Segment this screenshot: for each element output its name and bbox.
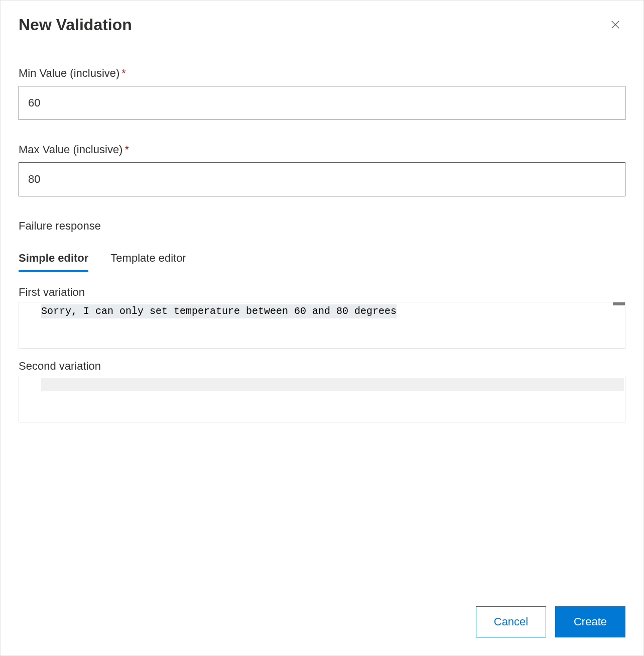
editor-tabs: Simple editor Template editor	[19, 247, 625, 272]
first-variation-editor[interactable]: Sorry, I can only set temperature betwee…	[19, 302, 625, 349]
dialog-header: New Validation	[19, 15, 625, 35]
first-variation-group: First variation Sorry, I can only set te…	[19, 286, 625, 349]
max-value-input[interactable]	[19, 162, 625, 196]
min-value-field-group: Min Value (inclusive)*	[19, 67, 625, 120]
first-variation-label: First variation	[19, 286, 625, 299]
required-asterisk: *	[121, 67, 126, 79]
editor-gutter	[19, 302, 41, 348]
second-variation-text	[41, 378, 624, 391]
tab-template-editor[interactable]: Template editor	[110, 247, 186, 272]
second-variation-label: Second variation	[19, 360, 625, 373]
dialog-footer: Cancel Create	[19, 606, 625, 637]
max-value-label-text: Max Value (inclusive)	[19, 143, 122, 156]
scroll-indicator	[613, 302, 625, 305]
editor-gutter	[19, 376, 41, 422]
cancel-button[interactable]: Cancel	[476, 606, 546, 637]
max-value-label: Max Value (inclusive)*	[19, 143, 625, 156]
second-variation-editor[interactable]	[19, 376, 625, 422]
tab-simple-editor[interactable]: Simple editor	[19, 247, 88, 272]
dialog-title: New Validation	[19, 16, 132, 34]
failure-response-section: Failure response Simple editor Template …	[19, 220, 625, 433]
editor-content[interactable]	[41, 376, 625, 422]
create-button[interactable]: Create	[555, 606, 625, 637]
required-asterisk: *	[124, 143, 129, 156]
min-value-label-text: Min Value (inclusive)	[19, 67, 119, 79]
min-value-input[interactable]	[19, 86, 625, 120]
editor-content[interactable]: Sorry, I can only set temperature betwee…	[41, 302, 625, 348]
max-value-field-group: Max Value (inclusive)*	[19, 143, 625, 196]
second-variation-group: Second variation	[19, 360, 625, 422]
min-value-label: Min Value (inclusive)*	[19, 67, 625, 80]
new-validation-dialog: New Validation Min Value (inclusive)* Ma…	[0, 0, 644, 656]
close-button[interactable]	[605, 15, 625, 35]
first-variation-text: Sorry, I can only set temperature betwee…	[41, 304, 397, 318]
failure-response-label: Failure response	[19, 220, 625, 233]
close-icon	[610, 19, 621, 30]
